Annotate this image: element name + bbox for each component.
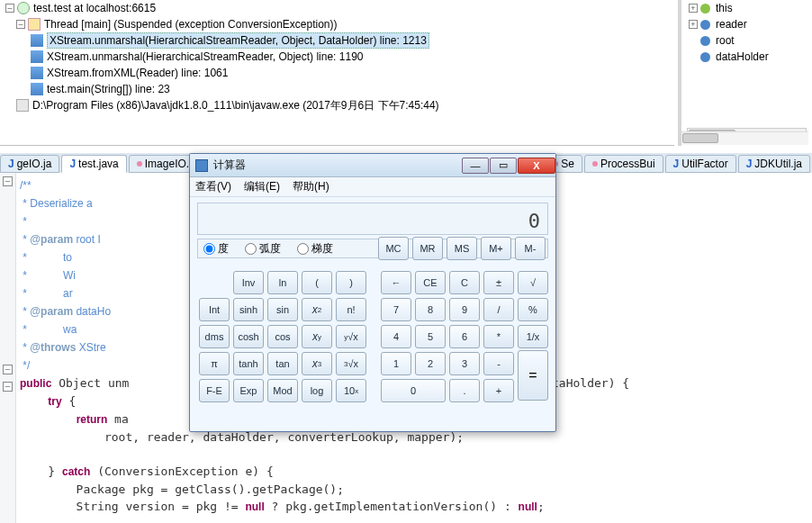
maximize-button[interactable]: ▭ xyxy=(490,158,517,174)
process-label: D:\Program Files (x86)\Java\jdk1.8.0_111… xyxy=(32,98,439,113)
digit-5-button[interactable]: 5 xyxy=(415,325,446,348)
digit-6-button[interactable]: 6 xyxy=(449,325,480,348)
digit-4-button[interactable]: 4 xyxy=(381,325,411,348)
bug-icon xyxy=(17,2,30,14)
calc-title: 计算器 xyxy=(213,158,461,173)
minimize-button[interactable]: — xyxy=(462,158,489,174)
editor-tab[interactable]: JgeIO.ja xyxy=(0,155,59,173)
mplus-button[interactable]: M+ xyxy=(481,237,511,260)
thread-label: Thread [main] (Suspended (exception Conv… xyxy=(44,18,338,31)
mode-rad[interactable]: 弧度 xyxy=(245,241,281,257)
radio-deg[interactable] xyxy=(203,243,215,255)
xsq-button[interactable]: x2 xyxy=(302,298,332,321)
menu-help[interactable]: 帮助(H) xyxy=(293,179,329,194)
equals-button[interactable]: = xyxy=(518,350,548,401)
lparen-button[interactable]: ( xyxy=(302,271,332,294)
h-scrollbar[interactable] xyxy=(681,131,808,145)
expander-icon[interactable]: + xyxy=(689,4,698,13)
decimal-button[interactable]: . xyxy=(449,379,480,402)
fold-icon[interactable]: – xyxy=(3,365,13,374)
stack-frame[interactable]: test.main(String[]) line: 23 xyxy=(0,81,674,97)
mminus-button[interactable]: M- xyxy=(515,237,546,260)
exp-button[interactable]: Exp xyxy=(233,379,264,402)
var-row[interactable]: root xyxy=(681,32,812,49)
digit-1-button[interactable]: 1 xyxy=(381,352,411,375)
var-name: root xyxy=(716,34,735,47)
fact-button[interactable]: n! xyxy=(336,298,366,321)
cos-button[interactable]: cos xyxy=(267,325,298,348)
java-icon: J xyxy=(746,158,753,170)
stack-frame[interactable]: XStream.unmarshal(HierarchicalStreamRead… xyxy=(0,32,674,49)
sin-button[interactable]: sin xyxy=(267,298,298,321)
editor-tab[interactable]: JUtilFactor xyxy=(665,155,736,173)
c-button[interactable]: C xyxy=(449,271,480,294)
int-button[interactable]: Int xyxy=(199,298,230,321)
fold-icon[interactable]: – xyxy=(3,176,13,186)
debug-stack-panel: – test.test at localhost:6615 – Thread [… xyxy=(0,0,674,146)
mod-button[interactable]: Mod xyxy=(267,379,298,402)
tan-button[interactable]: tan xyxy=(267,352,298,375)
cbrt-button[interactable]: y√x xyxy=(336,325,366,348)
var-row[interactable]: dataHolder xyxy=(681,49,812,65)
stack-frame[interactable]: XStream.fromXML(Reader) line: 1061 xyxy=(0,65,674,81)
expander-icon[interactable]: – xyxy=(16,20,25,29)
log-button[interactable]: log xyxy=(302,379,332,402)
menu-view[interactable]: 查看(V) xyxy=(195,179,231,194)
xpy-button[interactable]: xy xyxy=(302,325,332,348)
stack-frame[interactable]: XStream.unmarshal(HierarchicalStreamRead… xyxy=(0,49,674,65)
digit-8-button[interactable]: 8 xyxy=(415,298,446,321)
ce-button[interactable]: CE xyxy=(415,271,446,294)
sqrt-button[interactable]: √ xyxy=(518,271,548,294)
xcb-button[interactable]: x3 xyxy=(302,352,332,375)
digit-2-button[interactable]: 2 xyxy=(415,352,446,375)
ms-button[interactable]: MS xyxy=(447,237,477,260)
menu-edit[interactable]: 编辑(E) xyxy=(244,179,280,194)
cuberoot-button[interactable]: 3√x xyxy=(336,352,366,375)
digit-0-button[interactable]: 0 xyxy=(381,379,446,402)
inv-button[interactable]: Inv xyxy=(233,271,264,294)
expander-icon[interactable]: – xyxy=(5,4,14,13)
fold-icon[interactable]: – xyxy=(3,382,13,392)
mr-button[interactable]: MR xyxy=(412,237,443,260)
mode-grad[interactable]: 梯度 xyxy=(297,241,333,257)
cosh-button[interactable]: cosh xyxy=(233,325,264,348)
mc-button[interactable]: MC xyxy=(378,237,409,260)
divide-button[interactable]: / xyxy=(483,298,514,321)
radio-rad[interactable] xyxy=(245,243,257,255)
debug-process[interactable]: D:\Program Files (x86)\Java\jdk1.8.0_111… xyxy=(0,97,674,113)
negate-button[interactable]: ± xyxy=(483,271,514,294)
reciprocal-button[interactable]: 1/x xyxy=(518,325,548,348)
plus-button[interactable]: + xyxy=(483,379,514,402)
radio-grad[interactable] xyxy=(297,243,309,255)
rparen-button[interactable]: ) xyxy=(336,271,366,294)
debug-launch[interactable]: – test.test at localhost:6615 xyxy=(0,0,674,16)
digit-9-button[interactable]: 9 xyxy=(449,298,480,321)
stackframe-icon xyxy=(31,50,43,63)
digit-3-button[interactable]: 3 xyxy=(449,352,480,375)
sinh-button[interactable]: sinh xyxy=(233,298,264,321)
editor-tab[interactable]: Jtest.java xyxy=(61,155,126,173)
editor-tab[interactable]: ProcessBui xyxy=(584,155,663,173)
ln-button[interactable]: ln xyxy=(267,271,298,294)
calc-titlebar[interactable]: 计算器 — ▭ X xyxy=(190,154,555,177)
tanh-button[interactable]: tanh xyxy=(233,352,264,375)
digit-7-button[interactable]: 7 xyxy=(381,298,411,321)
dms-button[interactable]: dms xyxy=(199,325,230,348)
fe-button[interactable]: F-E xyxy=(199,379,230,402)
var-row[interactable]: + reader xyxy=(681,16,812,32)
tenx-button[interactable]: 10x xyxy=(336,379,366,402)
editor-tab[interactable]: JJDKUtil.ja xyxy=(738,155,810,173)
percent-button[interactable]: % xyxy=(518,298,548,321)
pi-button[interactable]: π xyxy=(199,352,230,375)
multiply-button[interactable]: * xyxy=(483,325,514,348)
debug-thread[interactable]: – Thread [main] (Suspended (exception Co… xyxy=(0,16,674,32)
calculator-icon xyxy=(195,159,208,172)
mode-deg[interactable]: 度 xyxy=(203,241,229,257)
minus-button[interactable]: - xyxy=(483,352,514,375)
java-icon: J xyxy=(673,158,680,170)
close-button[interactable]: X xyxy=(518,158,555,174)
java-icon: J xyxy=(8,158,14,170)
expander-icon[interactable]: + xyxy=(689,20,698,29)
backspace-button[interactable]: ← xyxy=(381,271,411,294)
var-row[interactable]: + this xyxy=(681,0,812,16)
